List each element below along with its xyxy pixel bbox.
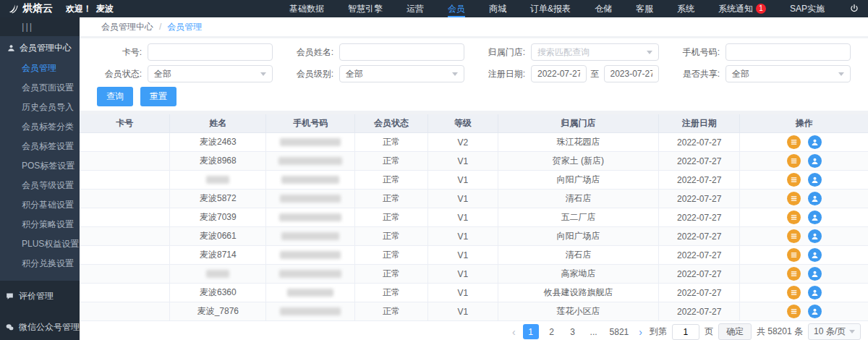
shared-select[interactable]: 全部 — [726, 65, 851, 82]
goto-confirm-button[interactable]: 确定 — [718, 323, 752, 340]
cell-level: V1 — [428, 246, 498, 265]
sidebar-item-member-manage[interactable]: 会员管理 — [0, 59, 80, 78]
sidebar-item-evaluation[interactable]: 评价管理 — [0, 281, 80, 312]
prev-page-icon[interactable]: ‹ — [510, 326, 518, 338]
sidebar-item-wechat[interactable]: 微信公众号管理 — [0, 312, 80, 340]
member-profile-icon[interactable] — [808, 154, 822, 168]
nav-item-basic-data[interactable]: 基础数据 — [289, 0, 324, 17]
cell-actions — [740, 302, 868, 321]
member-level-select[interactable]: 全部 — [339, 65, 464, 82]
member-name-input[interactable] — [339, 43, 464, 61]
member-profile-icon[interactable] — [808, 135, 822, 149]
page-unit-label: 页 — [705, 326, 713, 338]
nav-item-system[interactable]: 系统 — [677, 0, 694, 17]
cell-card-no — [80, 152, 170, 171]
field-shared: 是否共享: 全部 — [675, 65, 851, 82]
page-button-1[interactable]: 1 — [523, 324, 539, 339]
sidebar: ||| 会员管理中心 会员管理 会员页面设置 历史会员导入 会员标签分类 会员标… — [0, 17, 80, 340]
nav-item-service[interactable]: 客服 — [636, 0, 653, 17]
sidebar-item-points-strategy[interactable]: 积分策略设置 — [0, 215, 80, 234]
sidebar-item-member-page[interactable]: 会员页面设置 — [0, 78, 80, 98]
member-profile-icon[interactable] — [808, 267, 822, 281]
member-detail-list-icon[interactable] — [787, 286, 801, 299]
member-profile-icon[interactable] — [808, 305, 822, 318]
member-detail-list-icon[interactable] — [787, 154, 801, 168]
member-profile-icon[interactable] — [808, 248, 822, 262]
field-card-no: 卡号: — [97, 43, 273, 61]
search-button[interactable]: 查询 — [97, 87, 133, 106]
nav-item-operation[interactable]: 运营 — [407, 0, 424, 17]
logout-power-icon[interactable] — [849, 4, 868, 14]
register-date-to-input[interactable] — [604, 65, 660, 82]
field-store: 归属门店: 搜索匹配查询 — [480, 43, 659, 61]
cell-status: 正常 — [355, 133, 427, 152]
page-button-3[interactable]: 3 — [565, 324, 581, 339]
page-size-select[interactable]: 10 条/页 — [808, 323, 861, 340]
sidebar-item-level-setting[interactable]: 会员等级设置 — [0, 176, 80, 195]
nav-item-mall[interactable]: 商城 — [489, 0, 506, 17]
table-row: 麦波8968正常V1贺家土 (新店)2022-07-27 — [80, 152, 868, 171]
nav-item-member[interactable]: 会员 — [448, 0, 465, 17]
member-profile-icon[interactable] — [808, 229, 822, 243]
cell-register-date: 2022-07-27 — [659, 190, 740, 208]
nav-item-smart-engine[interactable]: 智慧引擎 — [348, 0, 383, 17]
cell-level: V1 — [428, 227, 498, 246]
nav-item-notifications[interactable]: 系统通知 1 — [718, 0, 766, 17]
cell-status: 正常 — [355, 246, 427, 265]
masked-phone — [280, 195, 341, 203]
member-detail-list-icon[interactable] — [787, 267, 801, 281]
sidebar-item-tag-setting[interactable]: 会员标签设置 — [0, 137, 80, 156]
cell-name: 麦波8714 — [170, 246, 266, 265]
card-no-input[interactable] — [148, 43, 273, 61]
cell-register-date: 2022-07-27 — [659, 227, 740, 246]
date-range-to-label: 至 — [591, 68, 600, 80]
member-profile-icon[interactable] — [808, 211, 822, 224]
sidebar-item-plus-rights[interactable]: PLUS权益设置 — [0, 234, 80, 254]
sidebar-item-points-base[interactable]: 积分基础设置 — [0, 195, 80, 215]
store-select[interactable]: 搜索匹配查询 — [531, 43, 659, 61]
chevron-down-icon — [838, 72, 844, 76]
register-date-from-input[interactable] — [531, 65, 587, 82]
table-row: 麦波8714正常V1清石店2022-07-27 — [80, 246, 868, 265]
sidebar-item-pos-tag[interactable]: POS标签设置 — [0, 156, 80, 176]
sidebar-item-tag-category[interactable]: 会员标签分类 — [0, 117, 80, 137]
cell-phone — [266, 302, 355, 321]
sidebar-group-title[interactable]: 会员管理中心 — [0, 42, 80, 54]
member-profile-icon[interactable] — [808, 173, 822, 187]
member-detail-list-icon[interactable] — [787, 248, 801, 262]
member-profile-icon[interactable] — [808, 192, 822, 205]
goto-page-input[interactable] — [672, 324, 699, 340]
cell-store: 向阳广场店 — [498, 171, 659, 190]
reset-button[interactable]: 重置 — [140, 87, 176, 106]
member-detail-list-icon[interactable] — [787, 305, 801, 318]
breadcrumb-current[interactable]: 会员管理 — [167, 21, 202, 33]
cell-name: 麦波2463 — [170, 133, 266, 152]
nav-item-warehouse[interactable]: 仓储 — [595, 0, 612, 17]
member-center-icon — [7, 44, 15, 52]
page-button-2[interactable]: 2 — [544, 324, 560, 339]
member-detail-list-icon[interactable] — [787, 229, 801, 243]
member-status-select[interactable]: 全部 — [148, 65, 273, 82]
col-store: 归属门店 — [498, 114, 659, 133]
field-register-date: 注册日期: 至 — [480, 65, 659, 82]
field-phone: 手机号码: — [675, 43, 851, 61]
cell-store: 清石店 — [498, 190, 659, 208]
sidebar-collapse-icon[interactable]: ||| — [0, 17, 80, 36]
breadcrumb-parent[interactable]: 会员管理中心 — [101, 21, 153, 33]
cell-store: 清石店 — [498, 246, 659, 265]
member-detail-list-icon[interactable] — [787, 192, 801, 205]
page-button-last[interactable]: 5821 — [607, 324, 632, 339]
phone-input[interactable] — [726, 43, 851, 61]
sidebar-item-points-exchange[interactable]: 积分兑换设置 — [0, 254, 80, 273]
next-page-icon[interactable]: › — [637, 326, 644, 338]
cell-card-no — [80, 133, 170, 152]
nav-item-orders-reports[interactable]: 订单&报表 — [530, 0, 571, 17]
member-detail-list-icon[interactable] — [787, 211, 801, 224]
member-profile-icon[interactable] — [808, 286, 822, 299]
member-detail-list-icon[interactable] — [787, 173, 801, 187]
sidebar-item-history-import[interactable]: 历史会员导入 — [0, 98, 80, 117]
wechat-icon — [6, 323, 14, 331]
nav-item-sap[interactable]: SAP实施 — [790, 0, 825, 17]
member-detail-list-icon[interactable] — [787, 135, 801, 149]
cell-card-no — [80, 246, 170, 265]
